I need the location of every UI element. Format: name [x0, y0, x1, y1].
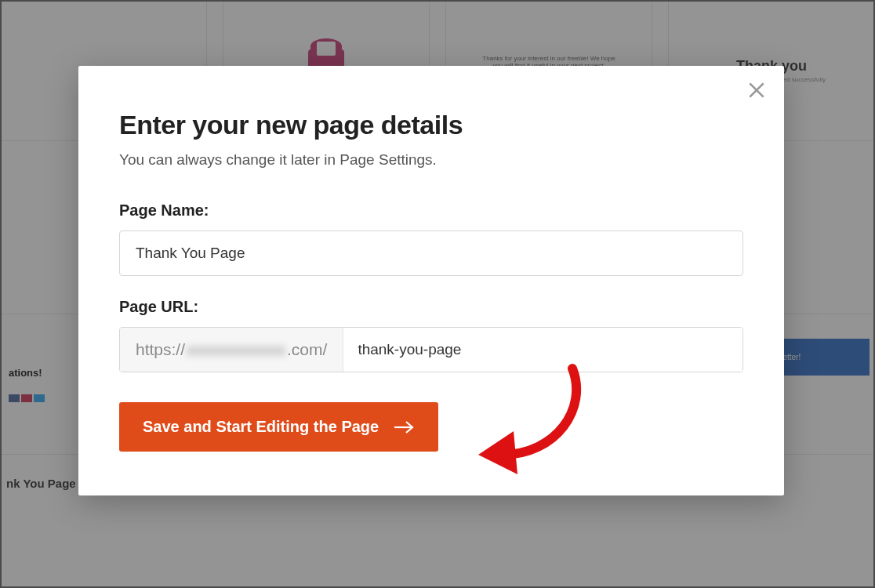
page-url-group: Page URL: https:// xxxxxxxxxxxx .com/: [119, 298, 743, 372]
new-page-modal: Enter your new page details You can alwa…: [78, 66, 784, 495]
url-redacted-domain: xxxxxxxxxxxx: [187, 340, 285, 359]
modal-subtitle: You can always change it later in Page S…: [119, 151, 743, 169]
close-icon: [746, 80, 767, 100]
page-url-label: Page URL:: [119, 298, 743, 316]
close-button[interactable]: [746, 80, 767, 100]
url-scheme: https://: [136, 340, 185, 359]
page-url-slug-input[interactable]: [343, 328, 742, 372]
page-name-label: Page Name:: [119, 201, 743, 220]
url-tld: .com/: [287, 340, 327, 359]
modal-title: Enter your new page details: [119, 110, 743, 140]
page-name-group: Page Name:: [119, 201, 743, 276]
url-prefix: https:// xxxxxxxxxxxx .com/: [120, 328, 343, 372]
save-button-label: Save and Start Editing the Page: [143, 418, 379, 436]
page-name-input[interactable]: [119, 230, 743, 276]
save-and-edit-button[interactable]: Save and Start Editing the Page: [119, 402, 438, 452]
arrow-right-icon: [393, 420, 415, 434]
page-url-row: https:// xxxxxxxxxxxx .com/: [119, 327, 743, 372]
